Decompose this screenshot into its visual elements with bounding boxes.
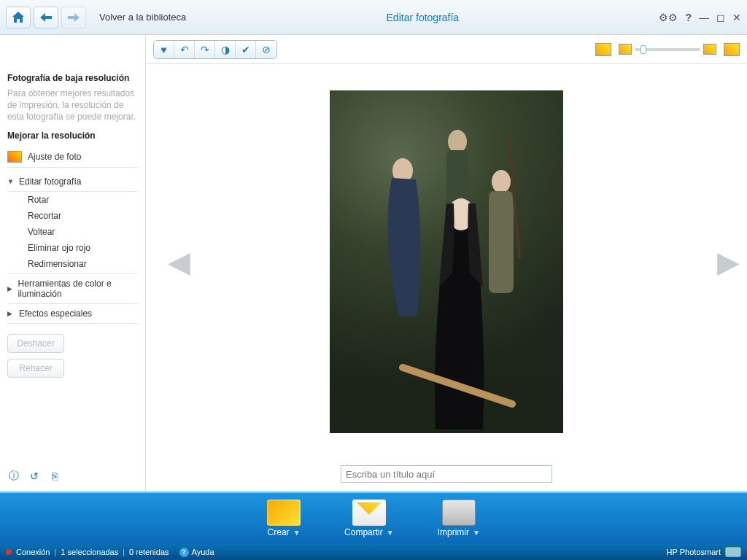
image-viewer: ◀ ▶ (146, 64, 747, 459)
fullscreen-button[interactable] (724, 43, 740, 56)
dropdown-icon: ▼ (293, 529, 301, 537)
revert-icon[interactable]: ↺ (28, 470, 41, 483)
svg-rect-4 (489, 191, 514, 293)
rotate-option[interactable]: Rotar (7, 192, 138, 208)
zoom-handle[interactable] (640, 45, 646, 54)
tag-button[interactable]: ◑ (215, 41, 236, 58)
zoom-slider[interactable] (635, 48, 700, 51)
dropdown-icon: ▼ (387, 529, 394, 537)
next-photo-button[interactable]: ▶ (717, 245, 740, 279)
rotate-right-button[interactable]: ↷ (195, 41, 215, 58)
edit-button-group: ♥ ↶ ↷ ◑ ✔ ⊘ (153, 40, 277, 59)
forward-button[interactable] (61, 7, 86, 28)
share-icon (352, 499, 386, 526)
redeye-option[interactable]: Eliminar ojo rojo (7, 240, 138, 256)
help-icon[interactable]: ? (685, 12, 692, 23)
chevron-right-icon: ▶ (7, 310, 15, 317)
home-button[interactable] (6, 7, 31, 28)
chevron-down-icon: ▼ (7, 178, 15, 185)
rotate-left-button[interactable]: ↶ (174, 41, 195, 58)
zoom-in-button[interactable] (703, 44, 716, 55)
low-res-title: Fotografía de baja resolución (7, 73, 138, 83)
status-bar: Conexión | 1 seleccionadas | 0 retenidas… (0, 544, 747, 560)
top-toolbar: Volver a la biblioteca Editar fotografía… (0, 0, 747, 35)
edit-photo-section[interactable]: ▼ Editar fotografía (7, 172, 138, 192)
page-title: Editar fotografía (186, 12, 659, 23)
photo-toolbar: ♥ ↶ ↷ ◑ ✔ ⊘ (146, 35, 747, 64)
crop-option[interactable]: Recortar (7, 208, 138, 224)
maximize-button[interactable]: ◻ (716, 12, 725, 23)
help-status-icon[interactable]: ? (179, 548, 189, 557)
low-res-description: Para obtener mejores resultados de impre… (7, 88, 138, 123)
favorite-button[interactable]: ♥ (154, 41, 174, 58)
photo-adjust-option[interactable]: Ajuste de foto (7, 147, 138, 168)
photo-preview[interactable] (330, 90, 563, 433)
action-bar: Crear▼ Compartir▼ Imprimir▼ (0, 491, 747, 544)
svg-point-3 (492, 170, 511, 193)
info-icon[interactable]: ⓘ (7, 470, 20, 483)
undo-button: Deshacer (7, 334, 64, 353)
zoom-out-button[interactable] (619, 44, 632, 55)
help-link[interactable]: Ayuda (192, 548, 214, 556)
hp-logo (725, 547, 741, 557)
create-icon (267, 499, 301, 526)
minimize-button[interactable]: — (699, 12, 709, 23)
close-button[interactable]: ✕ (732, 12, 741, 23)
adjust-icon (7, 151, 22, 163)
connection-status-icon (6, 549, 12, 555)
sidebar: Fotografía de baja resolución Para obten… (0, 35, 146, 491)
connection-text[interactable]: Conexión (16, 548, 50, 556)
content-area: ♥ ↶ ↷ ◑ ✔ ⊘ ◀ (146, 35, 747, 491)
brand-label: HP Photosmart (667, 548, 721, 556)
selected-count[interactable]: 1 seleccionadas (61, 548, 118, 556)
photo-title-input[interactable] (341, 465, 552, 483)
redo-button: Rehacer (7, 359, 64, 378)
resize-option[interactable]: Redimensionar (7, 256, 138, 274)
adjust-label: Ajuste de foto (28, 152, 81, 162)
dropdown-icon: ▼ (473, 529, 480, 537)
save-copy-icon[interactable]: ⎘ (48, 470, 61, 483)
improve-resolution-title: Mejorar la resolución (7, 131, 138, 141)
back-to-library-link[interactable]: Volver a la biblioteca (99, 12, 186, 23)
svg-point-1 (448, 130, 467, 153)
print-icon (442, 499, 476, 526)
back-button[interactable] (34, 7, 58, 28)
approve-button[interactable]: ✔ (236, 41, 256, 58)
settings-icon[interactable]: ⚙⚙ (659, 12, 678, 23)
share-action[interactable]: Compartir▼ (344, 499, 394, 537)
effects-section[interactable]: ▶ Efectos especiales (7, 304, 138, 324)
chevron-right-icon: ▶ (7, 285, 14, 292)
fit-window-button[interactable] (595, 43, 611, 56)
reject-button[interactable]: ⊘ (256, 41, 276, 58)
prev-photo-button[interactable]: ◀ (168, 245, 190, 279)
color-tools-section[interactable]: ▶ Herramientas de color e iluminación (7, 274, 138, 304)
print-action[interactable]: Imprimir▼ (438, 499, 480, 537)
create-action[interactable]: Crear▼ (267, 499, 301, 537)
flip-option[interactable]: Voltear (7, 224, 138, 240)
retained-count[interactable]: 0 retenidas (129, 548, 169, 556)
